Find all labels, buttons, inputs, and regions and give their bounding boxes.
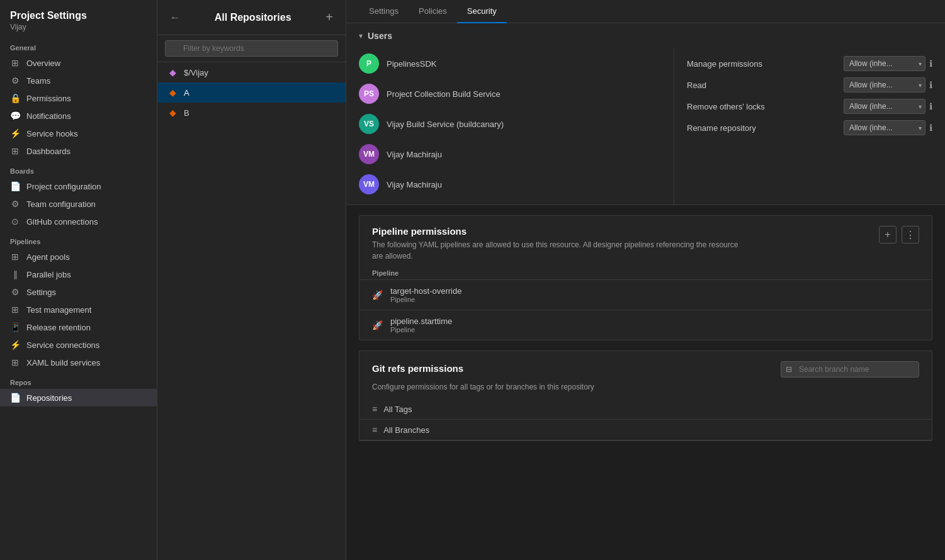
avatar-vijay-2: VM bbox=[359, 174, 379, 194]
repo-panel-header: ← All Repositories + bbox=[157, 0, 346, 35]
app-title: Project Settings bbox=[10, 10, 147, 21]
search-branch-input[interactable] bbox=[781, 361, 919, 378]
git-refs-header: Git refs permissions ⊟ bbox=[359, 351, 932, 383]
user-item-vijay-build[interactable]: VS Vijay Build Service (buildcanary) bbox=[346, 109, 674, 139]
sidebar-item-parallel-jobs[interactable]: ∥ Parallel jobs bbox=[0, 266, 157, 283]
more-options-button[interactable]: ⋮ bbox=[902, 226, 919, 244]
perm-row-manage: Manage permissions Allow (inhe... ▾ ℹ bbox=[687, 56, 932, 71]
sidebar-header: Project Settings Vijay bbox=[0, 0, 157, 36]
sidebar-item-label: Team configuration bbox=[26, 199, 96, 209]
git-ref-item-all-branches[interactable]: ≡ All Branches bbox=[359, 420, 932, 440]
pipeline-card-desc: The following YAML pipelines are allowed… bbox=[372, 239, 750, 262]
sidebar-item-label: Overview bbox=[26, 59, 60, 68]
sidebar-item-label: Test management bbox=[26, 305, 91, 315]
select-wrap-locks: Allow (inhe... ▾ bbox=[844, 99, 925, 114]
github-icon: ⊙ bbox=[10, 216, 20, 227]
perm-label-read: Read bbox=[687, 81, 844, 90]
dashboards-icon: ⊞ bbox=[10, 146, 20, 156]
pipeline-name-starttime: pipeline.starttime bbox=[390, 316, 452, 326]
main-tabs: Settings Policies Security bbox=[346, 0, 945, 23]
tab-policies[interactable]: Policies bbox=[409, 0, 457, 23]
sidebar-item-xaml-build[interactable]: ⊞ XAML build services bbox=[0, 354, 157, 371]
perm-label-rename: Rename repository bbox=[687, 123, 844, 133]
pipeline-type-starttime: Pipeline bbox=[390, 326, 452, 333]
tab-security[interactable]: Security bbox=[457, 0, 507, 23]
git-refs-header-text: Git refs permissions bbox=[372, 363, 463, 376]
user-item-vijay-1[interactable]: VM Vijay Machiraju bbox=[346, 139, 674, 169]
info-icon-rename[interactable]: ℹ bbox=[929, 123, 932, 133]
pipeline-name-target-host: target-host-override bbox=[390, 286, 461, 296]
settings-icon: ⚙ bbox=[10, 287, 20, 297]
sidebar-item-label: Settings bbox=[26, 288, 56, 297]
users-header: ▾ Users bbox=[346, 23, 945, 48]
sidebar-item-label: Release retention bbox=[26, 323, 91, 332]
avatar-project-collection: PS bbox=[359, 84, 379, 104]
sidebar-item-project-configuration[interactable]: 📄 Project configuration bbox=[0, 177, 157, 195]
release-retention-icon: 📱 bbox=[10, 322, 20, 332]
users-section: ▾ Users P PipelinesSDK PS Project Collec… bbox=[346, 23, 945, 205]
sidebar-section-pipelines: Pipelines bbox=[0, 230, 157, 248]
sidebar-item-team-configuration[interactable]: ⚙ Team configuration bbox=[0, 195, 157, 213]
pipeline-card-title: Pipeline permissions bbox=[372, 226, 750, 237]
team-config-icon: ⚙ bbox=[10, 199, 20, 209]
repo-item-label: B bbox=[184, 108, 190, 118]
perm-row-remove-locks: Remove others' locks Allow (inhe... ▾ ℹ bbox=[687, 99, 932, 114]
select-wrap-rename: Allow (inhe... ▾ bbox=[844, 120, 925, 135]
sidebar-item-notifications[interactable]: 💬 Notifications bbox=[0, 107, 157, 125]
info-icon-read[interactable]: ℹ bbox=[929, 80, 932, 90]
chevron-down-icon[interactable]: ▾ bbox=[359, 31, 363, 40]
sidebar-item-service-connections[interactable]: ⚡ Service connections bbox=[0, 336, 157, 354]
sidebar-item-overview[interactable]: ⊞ Overview bbox=[0, 54, 157, 72]
sidebar-item-label: Teams bbox=[26, 76, 50, 86]
sidebar-item-release-retention[interactable]: 📱 Release retention bbox=[0, 318, 157, 336]
tab-settings[interactable]: Settings bbox=[359, 0, 409, 23]
repo-icon-slash-vijay: ◆ bbox=[167, 67, 178, 77]
perm-select-wrap-locks: Allow (inhe... ▾ ℹ bbox=[844, 99, 932, 114]
sidebar-item-label: Agent pools bbox=[26, 252, 70, 262]
perm-select-read[interactable]: Allow (inhe... bbox=[844, 77, 925, 92]
repo-item-slash-vijay[interactable]: ◆ $/Vijay bbox=[157, 62, 346, 82]
user-item-vijay-2[interactable]: VM Vijay Machiraju bbox=[346, 169, 674, 199]
pipeline-item-info: target-host-override Pipeline bbox=[390, 286, 461, 303]
pipeline-item-info-2: pipeline.starttime Pipeline bbox=[390, 316, 452, 333]
git-refs-title: Git refs permissions bbox=[372, 363, 463, 374]
filter-input[interactable] bbox=[165, 40, 338, 57]
sidebar-item-service-hooks[interactable]: ⚡ Service hooks bbox=[0, 125, 157, 142]
perm-select-manage[interactable]: Allow (inhe... bbox=[844, 56, 925, 71]
sidebar-item-settings[interactable]: ⚙ Settings bbox=[0, 283, 157, 301]
sidebar-item-label: Service connections bbox=[26, 340, 99, 350]
perm-select-rename[interactable]: Allow (inhe... bbox=[844, 120, 925, 135]
perm-select-locks[interactable]: Allow (inhe... bbox=[844, 99, 925, 114]
project-config-icon: 📄 bbox=[10, 181, 20, 191]
permissions-panel: Manage permissions Allow (inhe... ▾ ℹ Re… bbox=[674, 48, 945, 204]
info-icon-manage[interactable]: ℹ bbox=[929, 59, 932, 69]
service-connections-icon: ⚡ bbox=[10, 340, 20, 350]
sidebar-item-agent-pools[interactable]: ⊞ Agent pools bbox=[0, 248, 157, 266]
user-item-project-collection[interactable]: PS Project Collection Build Service bbox=[346, 79, 674, 109]
user-item-pipelines-sdk[interactable]: P PipelinesSDK bbox=[346, 48, 674, 79]
sidebar-item-github-connections[interactable]: ⊙ GitHub connections bbox=[0, 213, 157, 230]
teams-icon: ⚙ bbox=[10, 76, 20, 86]
user-name-vijay-1: Vijay Machiraju bbox=[387, 150, 442, 159]
sidebar-section-repos: Repos bbox=[0, 371, 157, 389]
users-list: P PipelinesSDK PS Project Collection Bui… bbox=[346, 48, 674, 204]
back-button[interactable]: ← bbox=[167, 11, 183, 25]
sidebar-item-teams[interactable]: ⚙ Teams bbox=[0, 72, 157, 89]
pipeline-item-target-host[interactable]: 🚀 target-host-override Pipeline bbox=[359, 280, 932, 310]
info-icon-locks[interactable]: ℹ bbox=[929, 101, 932, 111]
sidebar-item-dashboards[interactable]: ⊞ Dashboards bbox=[0, 142, 157, 160]
agent-pools-icon: ⊞ bbox=[10, 252, 20, 262]
user-name-project-collection: Project Collection Build Service bbox=[387, 89, 501, 99]
add-pipeline-button[interactable]: + bbox=[879, 226, 897, 244]
repo-filter: ⊟ bbox=[157, 35, 346, 62]
sidebar-item-test-management[interactable]: ⊞ Test management bbox=[0, 301, 157, 318]
add-repo-button[interactable]: + bbox=[323, 9, 336, 26]
sidebar-item-label: GitHub connections bbox=[26, 217, 98, 227]
sidebar-item-repositories[interactable]: 📄 Repositories bbox=[0, 389, 157, 406]
sidebar-item-permissions[interactable]: 🔒 Permissions bbox=[0, 89, 157, 107]
repo-item-b[interactable]: ◆ B bbox=[157, 103, 346, 123]
search-icon: ⊟ bbox=[786, 365, 792, 374]
git-ref-item-all-tags[interactable]: ≡ All Tags bbox=[359, 399, 932, 420]
repo-item-a[interactable]: ◆ A bbox=[157, 82, 346, 103]
pipeline-item-starttime[interactable]: 🚀 pipeline.starttime Pipeline bbox=[359, 310, 932, 340]
